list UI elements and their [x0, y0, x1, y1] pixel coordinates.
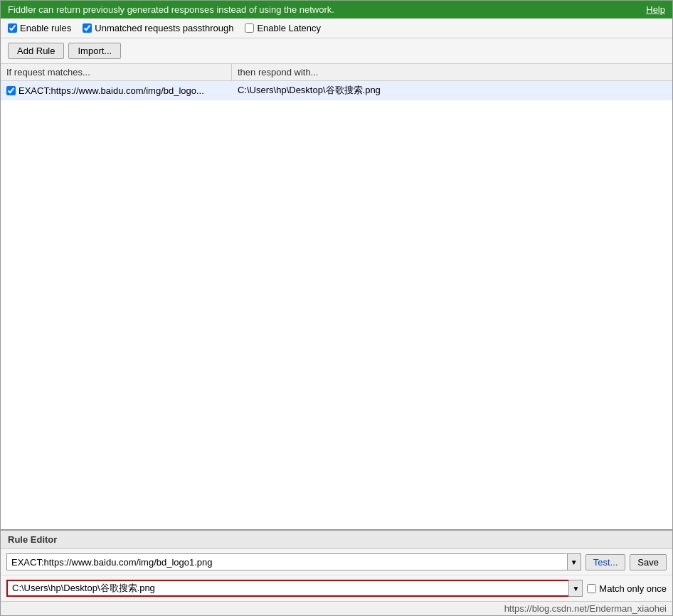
options-bar: Enable rules Unmatched requests passthro…: [1, 18, 672, 38]
enable-latency-checkbox[interactable]: [245, 23, 254, 33]
add-rule-button[interactable]: Add Rule: [8, 43, 64, 59]
response-input-group: ▼: [6, 580, 583, 597]
response-dropdown-arrow[interactable]: ▼: [568, 580, 583, 597]
import-button[interactable]: Import...: [68, 43, 121, 59]
rules-area: If request matches... then respond with.…: [1, 64, 672, 529]
rule-if-value: EXACT:https://www.baidu.com/img/bd_logo.…: [18, 85, 204, 96]
status-url: https://blog.csdn.net/Enderman_xiaohei: [504, 603, 667, 614]
unmatched-passthrough-option[interactable]: Unmatched requests passthrough: [83, 23, 233, 33]
info-banner: Fiddler can return previously generated …: [1, 1, 672, 18]
rule-respond-cell: C:\Users\hp\Desktop\谷歌搜索.png: [232, 81, 672, 100]
rules-table-body: EXACT:https://www.baidu.com/img/bd_logo.…: [1, 81, 672, 305]
enable-latency-option[interactable]: Enable Latency: [245, 23, 321, 33]
match-once-label: Match only once: [599, 583, 667, 594]
unmatched-passthrough-checkbox[interactable]: [83, 23, 92, 33]
rule-if-cell: EXACT:https://www.baidu.com/img/bd_logo.…: [1, 83, 232, 99]
col-if-request: If request matches...: [1, 64, 232, 80]
banner-text: Fiddler can return previously generated …: [8, 4, 334, 15]
rule-respond-value: C:\Users\hp\Desktop\谷歌搜索.png: [238, 85, 381, 95]
help-link[interactable]: Help: [646, 4, 665, 15]
url-dropdown-arrow[interactable]: ▼: [567, 553, 581, 570]
rule-editor-title: Rule Editor: [1, 531, 672, 549]
rule-editor-section: Rule Editor ▼ Test... Save ▼ Match only …: [1, 529, 672, 601]
enable-rules-option[interactable]: Enable rules: [8, 23, 71, 33]
col-then-respond: then respond with...: [232, 64, 672, 80]
match-once-option[interactable]: Match only once: [587, 583, 667, 594]
rule-url-input[interactable]: [6, 553, 567, 570]
rule-editor-row1: ▼ Test... Save: [1, 549, 672, 575]
enable-latency-label: Enable Latency: [257, 23, 321, 33]
table-row[interactable]: EXACT:https://www.baidu.com/img/bd_logo.…: [1, 81, 672, 100]
match-once-checkbox[interactable]: [587, 584, 596, 593]
rule-row-checkbox[interactable]: [6, 86, 16, 95]
rules-table-header: If request matches... then respond with.…: [1, 64, 672, 81]
test-button[interactable]: Test...: [585, 554, 626, 570]
rule-response-input[interactable]: [6, 580, 568, 597]
url-input-group: ▼: [6, 553, 581, 570]
empty-area: [1, 305, 672, 529]
enable-rules-label: Enable rules: [20, 23, 71, 33]
toolbar: Add Rule Import...: [1, 38, 672, 64]
save-button[interactable]: Save: [630, 554, 667, 570]
main-window: Fiddler can return previously generated …: [0, 0, 673, 616]
enable-rules-checkbox[interactable]: [8, 23, 17, 33]
unmatched-passthrough-label: Unmatched requests passthrough: [95, 23, 233, 33]
status-bar: https://blog.csdn.net/Enderman_xiaohei: [1, 601, 672, 615]
rule-editor-row2: ▼ Match only once: [1, 575, 672, 601]
